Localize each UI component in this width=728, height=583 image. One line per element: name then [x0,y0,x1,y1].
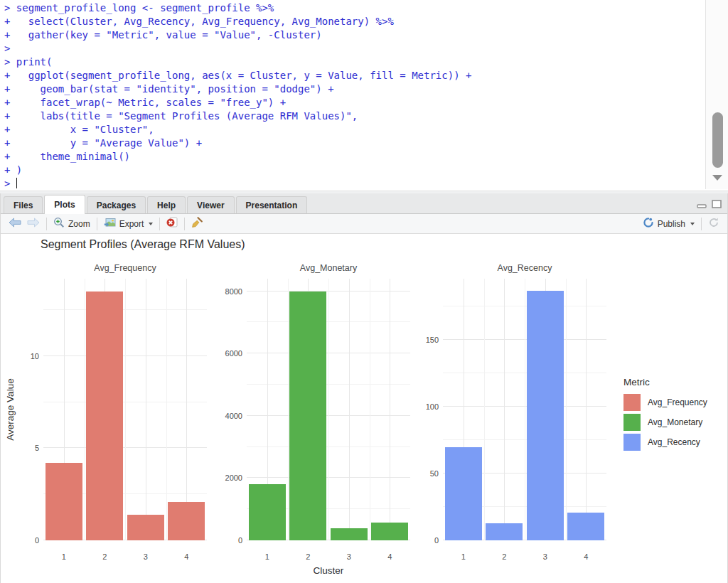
console-line: + labs(title = "Segment Profiles (Averag… [4,109,702,123]
y-tick-label: 50 [407,469,439,478]
x-tick-label: 1 [453,552,474,561]
y-tick-label: 8000 [211,287,242,296]
bar-avg_frequency-cluster-4 [168,502,205,540]
pane-tabbar: FilesPlotsPackagesHelpViewerPresentation [1,193,727,214]
scrollbar-down-arrow-icon[interactable] [712,175,722,181]
x-tick-label: 3 [135,552,156,561]
tab-plots[interactable]: Plots [44,195,85,214]
facet-panel-avg_recency [443,279,606,540]
maximize-icon[interactable] [712,198,722,211]
console-input[interactable]: > segment_profile_long <- segment_profil… [4,1,702,191]
zoom-button[interactable]: Zoom [50,215,93,232]
bar-avg_monetary-cluster-4 [371,523,408,540]
gridline-major [504,279,505,540]
refresh-button[interactable] [705,215,722,232]
legend-label: Avg_Frequency [648,397,707,407]
x-axis-title: Cluster [247,565,410,576]
tab-help[interactable]: Help [147,196,186,213]
gridline-major [349,279,350,540]
console-line: > segment_profile_long <- segment_profil… [4,1,702,15]
legend-entry: Avg_Recency [623,434,707,451]
back-button[interactable] [6,216,24,231]
minimize-icon[interactable] [697,198,707,211]
x-tick-label: 4 [575,552,596,561]
legend-label: Avg_Recency [648,437,700,447]
export-button[interactable]: Export [101,216,156,231]
publish-icon [643,217,654,230]
facet-strip-label: Avg_Recency [443,263,606,274]
console-line: + ) [4,164,702,177]
bar-avg_monetary-cluster-2 [289,292,326,540]
refresh-icon [708,217,719,230]
tab-viewer[interactable]: Viewer [187,196,234,213]
bar-avg_recency-cluster-3 [527,291,564,540]
tab-presentation[interactable]: Presentation [236,196,308,213]
back-icon [9,218,21,230]
console-line: + gather(key = "Metric", value = "Value"… [4,28,702,42]
gridline-major [586,279,587,540]
legend-entry: Avg_Frequency [623,394,707,411]
gridline-minor [566,279,567,540]
console-line: > [4,42,702,55]
export-dropdown-icon [149,223,153,225]
facet-panel-avg_monetary [247,279,410,540]
gridline-major [390,279,390,540]
gridline-minor [85,279,85,540]
chart-legend: Metric Avg_FrequencyAvg_MonetaryAvg_Rece… [623,377,707,454]
x-tick-label: 3 [535,552,556,561]
x-tick-label: 1 [53,552,75,561]
x-tick-label: 1 [257,552,278,561]
x-tick-label: 3 [338,552,360,561]
remove-plot-icon [166,217,178,230]
publish-button[interactable]: Publish [640,215,697,232]
console-line: + x = "Cluster", [4,123,702,137]
facet-panel-avg_frequency [43,279,207,540]
gridline-major [146,279,146,540]
y-tick-label: 100 [407,402,439,411]
y-tick-label: 4000 [211,412,242,420]
clear-all-plots-button[interactable] [188,215,205,232]
bar-avg_frequency-cluster-1 [46,463,82,540]
bar-avg_frequency-cluster-2 [86,292,123,540]
y-tick-label: 2000 [211,474,242,482]
plot-canvas: Segment Profiles (Average RFM Values) Av… [1,234,727,583]
console-line: + y = "Average Value") + [4,137,702,150]
y-tick-label: 0 [8,536,39,545]
legend-swatch-avg_monetary [623,414,641,431]
bar-avg_recency-cluster-1 [445,447,482,540]
gridline-minor [288,279,289,540]
gridline-minor [328,279,329,540]
tab-files[interactable]: Files [4,196,43,213]
legend-label: Avg_Monetary [648,417,702,427]
console-line: + theme_minimal() [4,150,702,164]
legend-title: Metric [623,377,707,387]
tab-packages[interactable]: Packages [87,196,146,213]
y-tick-label: 150 [407,336,439,344]
remove-plot-button[interactable] [164,215,181,232]
clear-all-plots-icon [191,217,203,230]
y-tick-label: 0 [211,536,242,545]
forward-button[interactable] [24,216,43,231]
console-scrollbar[interactable] [705,0,728,189]
x-tick-label: 2 [94,552,115,561]
plots-pane: FilesPlotsPackagesHelpViewerPresentation [0,193,728,583]
scrollbar-thumb[interactable] [712,112,723,168]
zoom-icon [53,217,65,230]
console-pane[interactable]: > segment_profile_long <- segment_profil… [0,0,728,191]
chart-title: Segment Profiles (Average RFM Values) [41,238,245,251]
legend-entry: Avg_Monetary [623,414,707,431]
gridline-minor [125,279,126,540]
facet-strip-label: Avg_Frequency [43,263,207,274]
forward-icon [27,218,40,230]
export-button-label: Export [119,219,144,229]
x-tick-label: 4 [379,552,400,561]
publish-button-label: Publish [658,219,685,229]
facet-strip-label: Avg_Monetary [247,263,410,274]
export-image-icon [104,218,116,230]
bar-avg_monetary-cluster-1 [249,484,286,540]
bar-avg_monetary-cluster-3 [331,528,368,540]
bar-avg_recency-cluster-2 [486,523,523,540]
console-line: > [4,177,702,191]
legend-swatch-avg_frequency [623,394,641,411]
x-tick-label: 2 [493,552,515,561]
